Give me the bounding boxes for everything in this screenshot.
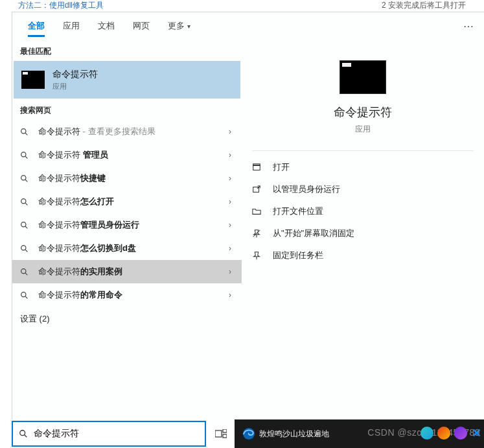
chevron-right-icon[interactable]: › bbox=[224, 171, 236, 185]
search-input[interactable] bbox=[34, 429, 205, 439]
chevron-right-icon[interactable]: › bbox=[224, 148, 236, 162]
chevron-right-icon[interactable]: › bbox=[224, 288, 236, 302]
action-label: 打开 bbox=[273, 161, 290, 173]
search-icon bbox=[13, 429, 34, 438]
tab-all[interactable]: 全部 bbox=[19, 12, 54, 40]
admin-icon bbox=[252, 185, 268, 194]
chevron-right-icon[interactable]: › bbox=[224, 241, 236, 255]
tabs-bar: 全部 应用 文档 网页 更多▾ ⋯ bbox=[12, 12, 484, 40]
action-unpin[interactable]: 从"开始"屏幕取消固定 bbox=[248, 222, 478, 244]
web-result-item[interactable]: 命令提示符怎么打开› bbox=[12, 190, 242, 213]
taskbar: 敦煌鸣沙山垃圾遍地 CSDN @szcsd123456789 ✕ bbox=[0, 419, 484, 448]
chevron-right-icon[interactable]: › bbox=[224, 218, 236, 232]
caret-down-icon: ▾ bbox=[187, 23, 190, 30]
tab-more[interactable]: 更多▾ bbox=[159, 12, 200, 40]
folder-icon bbox=[252, 207, 268, 216]
tray-icon-1[interactable] bbox=[421, 427, 433, 440]
tray-icons bbox=[417, 427, 467, 440]
section-best-match: 最佳匹配 bbox=[12, 40, 242, 61]
svg-line-9 bbox=[25, 226, 27, 228]
task-view-icon[interactable] bbox=[207, 419, 235, 448]
svg-point-14 bbox=[21, 292, 26, 296]
action-label: 固定到任务栏 bbox=[273, 250, 323, 261]
best-match-item[interactable]: 命令提示符 应用 bbox=[14, 61, 240, 99]
web-result-text: 命令提示符管理员身份运行 bbox=[38, 219, 224, 231]
taskbar-search[interactable] bbox=[12, 421, 206, 447]
svg-point-20 bbox=[20, 430, 25, 436]
svg-rect-22 bbox=[215, 430, 222, 437]
search-icon bbox=[20, 198, 32, 206]
chevron-right-icon[interactable]: › bbox=[224, 124, 236, 139]
svg-point-10 bbox=[21, 245, 26, 250]
search-flyout: 全部 应用 文档 网页 更多▾ ⋯ 最佳匹配 命令提示符 应用 搜索网页 命令提… bbox=[12, 12, 484, 419]
settings-section[interactable]: 设置 (2) bbox=[12, 307, 242, 331]
web-result-item[interactable]: 命令提示符 - 查看更多搜索结果› bbox=[12, 120, 242, 143]
svg-rect-24 bbox=[223, 434, 227, 438]
pin-icon bbox=[252, 251, 268, 260]
page-background-strip: 方法二：使用dll修复工具 2 安装完成后将工具打开 bbox=[0, 0, 484, 12]
search-icon bbox=[20, 268, 32, 276]
web-result-text: 命令提示符 - 查看更多搜索结果 bbox=[38, 126, 224, 137]
tab-apps[interactable]: 应用 bbox=[54, 12, 89, 40]
web-result-text: 命令提示符的实用案例 bbox=[38, 266, 224, 277]
svg-line-1 bbox=[25, 133, 27, 135]
best-match-sub: 应用 bbox=[52, 82, 98, 91]
svg-point-8 bbox=[21, 222, 26, 226]
search-icon bbox=[20, 221, 32, 230]
svg-line-13 bbox=[25, 273, 27, 275]
action-folder[interactable]: 打开文件位置 bbox=[248, 200, 478, 222]
action-label: 打开文件位置 bbox=[273, 206, 323, 217]
search-icon bbox=[20, 174, 32, 183]
svg-line-7 bbox=[25, 203, 27, 205]
edge-icon[interactable] bbox=[242, 427, 255, 440]
svg-rect-23 bbox=[223, 429, 227, 432]
web-result-item[interactable]: 命令提示符的常用命令› bbox=[12, 283, 242, 307]
web-result-item[interactable]: 命令提示符管理员身份运行› bbox=[12, 213, 242, 237]
web-result-text: 命令提示符的常用命令 bbox=[38, 289, 224, 301]
unpin-icon bbox=[252, 229, 268, 238]
search-icon bbox=[20, 151, 32, 159]
tab-documents[interactable]: 文档 bbox=[89, 12, 124, 40]
preview-sub: 应用 bbox=[248, 124, 478, 135]
news-headline[interactable]: 敦煌鸣沙山垃圾遍地 bbox=[259, 429, 329, 440]
action-open[interactable]: 打开 bbox=[248, 156, 478, 178]
tray-icon-3[interactable] bbox=[454, 427, 467, 440]
close-icon[interactable]: ✕ bbox=[472, 426, 481, 440]
taskbar-dark: 敦煌鸣沙山垃圾遍地 CSDN @szcsd123456789 ✕ bbox=[235, 419, 484, 448]
svg-line-21 bbox=[25, 435, 27, 438]
web-result-text: 命令提示符 管理员 bbox=[38, 149, 224, 161]
svg-point-2 bbox=[21, 152, 26, 156]
web-result-text: 命令提示符怎么切换到d盘 bbox=[38, 242, 224, 254]
web-result-item[interactable]: 命令提示符快捷键› bbox=[12, 167, 242, 190]
chevron-right-icon[interactable]: › bbox=[224, 265, 236, 279]
open-icon bbox=[252, 163, 268, 172]
svg-point-12 bbox=[21, 268, 26, 273]
svg-line-11 bbox=[25, 250, 27, 252]
divider bbox=[252, 150, 474, 151]
web-result-text: 命令提示符快捷键 bbox=[38, 172, 224, 184]
web-result-item[interactable]: 命令提示符怎么切换到d盘› bbox=[12, 237, 242, 260]
tray-icon-2[interactable] bbox=[437, 427, 450, 440]
results-column: 最佳匹配 命令提示符 应用 搜索网页 命令提示符 - 查看更多搜索结果›命令提示… bbox=[12, 40, 242, 419]
svg-line-15 bbox=[25, 296, 27, 298]
best-match-title: 命令提示符 bbox=[52, 69, 98, 80]
web-result-text: 命令提示符怎么打开 bbox=[38, 196, 224, 207]
tab-web[interactable]: 网页 bbox=[124, 12, 159, 40]
action-admin[interactable]: 以管理员身份运行 bbox=[248, 178, 478, 200]
search-icon bbox=[20, 128, 32, 136]
svg-line-3 bbox=[25, 156, 27, 158]
action-pin[interactable]: 固定到任务栏 bbox=[248, 244, 478, 266]
action-label: 以管理员身份运行 bbox=[273, 183, 340, 195]
svg-line-5 bbox=[25, 180, 27, 182]
web-result-item[interactable]: 命令提示符 管理员› bbox=[12, 143, 242, 167]
preview-cmd-icon bbox=[340, 60, 386, 94]
svg-point-6 bbox=[21, 198, 26, 203]
web-result-item[interactable]: 命令提示符的实用案例› bbox=[12, 260, 242, 283]
overflow-menu-icon[interactable]: ⋯ bbox=[463, 20, 474, 32]
chevron-right-icon[interactable]: › bbox=[224, 195, 236, 209]
svg-point-0 bbox=[21, 128, 26, 133]
bg-text-left: 方法二：使用dll修复工具 bbox=[18, 0, 104, 12]
preview-column: 命令提示符 应用 打开以管理员身份运行打开文件位置从"开始"屏幕取消固定固定到任… bbox=[242, 40, 484, 419]
svg-point-4 bbox=[21, 175, 26, 180]
cmd-icon bbox=[21, 71, 45, 89]
